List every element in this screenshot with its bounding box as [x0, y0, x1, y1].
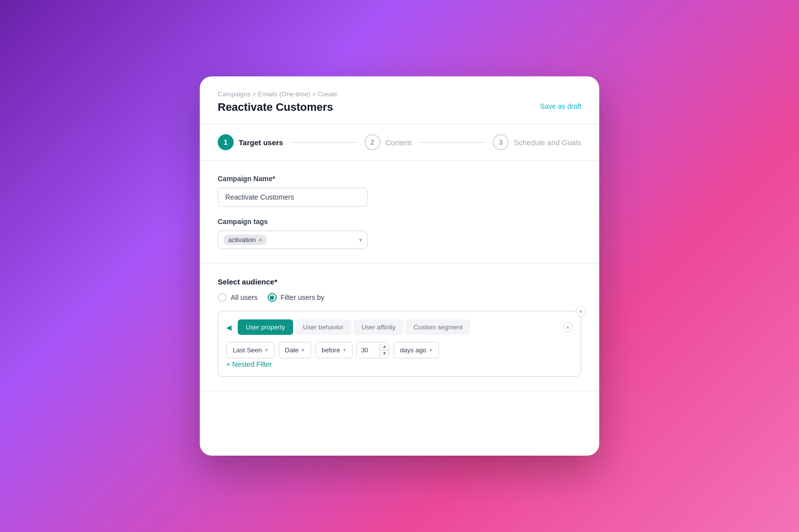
page-title: Reactivate Customers: [218, 101, 337, 114]
header: Campaigns > Emails (One-time) > Create R…: [200, 76, 599, 124]
tab-user-affinity[interactable]: User affinity: [354, 319, 403, 335]
step-divider-2: [419, 142, 485, 143]
audience-section: Select audience* All users Filter users …: [200, 264, 599, 391]
stepper-down-button[interactable]: ▼: [380, 350, 389, 357]
tag-remove-button[interactable]: ×: [259, 237, 262, 243]
stepper-up-button[interactable]: ▲: [380, 343, 389, 350]
filter-users-label: Filter users by: [281, 293, 325, 301]
operator-select[interactable]: before ▾: [315, 342, 353, 358]
unit-select[interactable]: days ago ▾: [394, 342, 439, 358]
value-input-wrapper: ▲ ▼: [357, 342, 390, 358]
step-1-label: Target users: [239, 138, 283, 147]
type-value: Date: [285, 346, 299, 354]
tab-user-property[interactable]: User property: [238, 319, 293, 335]
radio-dot: [270, 295, 274, 300]
radio-all-users[interactable]: All users: [218, 293, 258, 302]
type-select[interactable]: Date ▾: [279, 342, 311, 358]
step-3-label: Schedule and Goals: [514, 138, 581, 147]
step-3-circle: 3: [493, 134, 509, 150]
filter-tab-row: ◀ User property User behavior User affin…: [226, 319, 573, 335]
operator-value: before: [322, 346, 340, 354]
type-arrow-icon: ▾: [302, 347, 305, 353]
campaign-tags-label: Campaign tags: [218, 218, 581, 226]
step-2-label: Content: [386, 138, 412, 147]
radio-circle-all-users: [218, 293, 227, 302]
step-3: 3 Schedule and Goals: [493, 134, 581, 150]
tag-label: activation: [228, 236, 256, 244]
filter-conditions-row: Last Seen ▾ Date ▾ before ▾ ▲ ▼: [226, 342, 573, 358]
step-2-circle: 2: [365, 134, 381, 150]
unit-arrow-icon: ▾: [429, 347, 432, 353]
campaign-name-label: Campaign Name*: [218, 175, 581, 183]
filter-close-outer-button[interactable]: ×: [576, 306, 586, 316]
tag-activation: activation ×: [223, 235, 267, 245]
filter-collapse-icon[interactable]: ◀: [226, 323, 232, 331]
step-divider-1: [291, 142, 357, 143]
tab-custom-segment[interactable]: Custom segment: [405, 319, 470, 335]
step-2: 2 Content: [365, 134, 412, 150]
steps-bar: 1 Target users 2 Content 3 Schedule and …: [200, 124, 599, 161]
campaign-name-section: Campaign Name* Campaign tags activation …: [200, 161, 599, 264]
all-users-label: All users: [231, 293, 258, 301]
radio-circle-filter-users: [268, 293, 277, 302]
property-arrow-icon: ▾: [265, 347, 268, 353]
step-1: 1 Target users: [218, 134, 283, 150]
filter-box: × ◀ User property User behavior User aff…: [218, 311, 581, 377]
value-input[interactable]: [357, 342, 380, 358]
tab-user-behavior[interactable]: User behavior: [295, 319, 352, 335]
filter-close-inner-button[interactable]: ×: [563, 322, 573, 332]
main-modal: Campaigns > Emails (One-time) > Create R…: [200, 76, 599, 456]
audience-radio-group: All users Filter users by: [218, 293, 581, 302]
campaign-tags-input[interactable]: activation × ▾: [218, 231, 368, 249]
audience-label: Select audience*: [218, 277, 581, 286]
header-left: Campaigns > Emails (One-time) > Create R…: [218, 90, 337, 114]
tags-dropdown-icon: ▾: [359, 237, 362, 244]
nested-filter-button[interactable]: + Nested Filter: [226, 360, 272, 368]
step-1-circle: 1: [218, 134, 234, 150]
property-value: Last Seen: [233, 346, 262, 354]
radio-filter-users[interactable]: Filter users by: [268, 293, 325, 302]
save-draft-button[interactable]: Save as draft: [540, 90, 582, 110]
campaign-name-input[interactable]: [218, 188, 368, 207]
unit-value: days ago: [400, 346, 426, 354]
number-stepper: ▲ ▼: [380, 343, 389, 357]
filter-tab-group: User property User behavior User affinit…: [238, 319, 470, 335]
operator-arrow-icon: ▾: [343, 347, 346, 353]
breadcrumb: Campaigns > Emails (One-time) > Create: [218, 90, 337, 98]
property-select[interactable]: Last Seen ▾: [226, 342, 275, 358]
